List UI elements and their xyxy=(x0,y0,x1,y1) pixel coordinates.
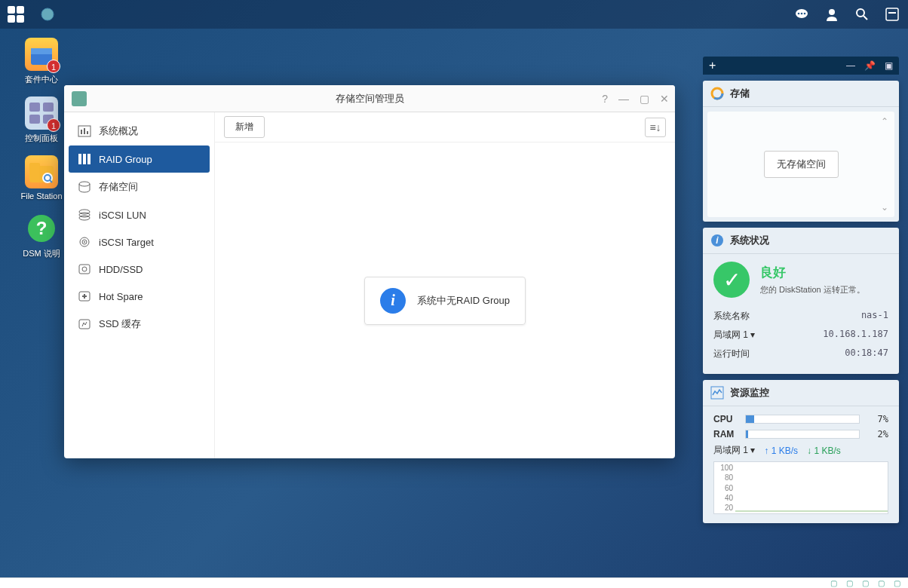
minimize-icon[interactable]: — xyxy=(618,93,629,105)
info-icon: i xyxy=(380,288,406,314)
raid-icon xyxy=(78,153,91,165)
svg-point-30 xyxy=(79,182,90,186)
widget-panel: + — 📌 ▣ 存储 ⌃ 无存储空间 ⌄ i 系统状况 ✓ 良好 您的 xyxy=(703,57,899,523)
volume-icon xyxy=(78,181,91,193)
storage-title-icon xyxy=(710,87,724,100)
desktop-item-dsm-help[interactable]: ? DSM 说明 xyxy=(15,212,68,259)
status-row-uptime: 运行时间 00:18:47 xyxy=(713,345,888,363)
desktop-label: DSM 说明 xyxy=(15,248,68,259)
monitor-title-icon xyxy=(710,386,724,400)
create-button[interactable]: 新增 xyxy=(224,116,265,138)
window-titlebar[interactable]: 存储空间管理员 ? — ▢ ✕ xyxy=(64,85,675,112)
desktop-item-control-panel[interactable]: 1 控制面板 xyxy=(15,96,68,144)
cache-icon xyxy=(78,318,91,330)
info-message: 系统中无RAID Group xyxy=(417,294,510,308)
svg-rect-25 xyxy=(84,128,85,134)
sidebar-item-overview[interactable]: 系统概况 xyxy=(69,117,210,145)
search-icon[interactable] xyxy=(854,6,870,23)
widgets-toggle-icon[interactable] xyxy=(884,6,900,23)
lun-icon xyxy=(78,209,91,221)
status-row-lan[interactable]: 局域网 1 ▾ 10.168.1.187 xyxy=(713,326,888,345)
svg-point-6 xyxy=(857,9,864,17)
sidebar-label: RAID Group xyxy=(99,154,152,165)
svg-point-4 xyxy=(804,13,806,15)
system-status-widget: i 系统状况 ✓ 良好 您的 DiskStation 运转正常。 系统名称 na… xyxy=(703,228,899,374)
network-selector[interactable]: 局域网 1 ▾ ↑ 1 KB/s ↓ 1 KB/s xyxy=(713,444,888,457)
status-row-hostname: 系统名称 nas-1 xyxy=(713,307,888,326)
chevron-up-icon[interactable]: ⌃ xyxy=(881,116,888,127)
info-card: i 系统中无RAID Group xyxy=(364,277,526,325)
svg-point-3 xyxy=(801,13,803,15)
svg-point-33 xyxy=(79,216,90,220)
storage-manager-window: 存储空间管理员 ? — ▢ ✕ 系统概况 RAID Group 存储空间 i xyxy=(64,85,675,458)
maximize-icon[interactable]: ▢ xyxy=(640,93,649,105)
add-widget-icon[interactable]: + xyxy=(709,59,716,72)
download-rate: ↓ 1 KB/s xyxy=(807,446,841,456)
user-icon[interactable] xyxy=(824,6,840,23)
storage-widget: 存储 ⌃ 无存储空间 ⌄ xyxy=(703,81,899,222)
storage-manager-taskbar-icon[interactable] xyxy=(39,6,56,23)
widget-pin-icon[interactable]: 📌 xyxy=(864,60,876,71)
sidebar-item-iscsi-target[interactable]: iSCSI Target xyxy=(69,228,210,256)
disk-icon xyxy=(78,263,91,275)
chevron-down-icon[interactable]: ⌄ xyxy=(881,202,888,213)
svg-point-2 xyxy=(798,13,800,15)
main-menu-icon[interactable] xyxy=(8,6,24,23)
desktop-item-package-center[interactable]: 1 套件中心 xyxy=(15,38,68,85)
desktop-label: File Station xyxy=(15,191,68,201)
hotspare-icon xyxy=(78,290,91,302)
cpu-meter: CPU 7% xyxy=(713,414,888,424)
health-description: 您的 DiskStation 运转正常。 xyxy=(760,284,865,296)
sidebar-item-hdd-ssd[interactable]: HDD/SSD xyxy=(69,256,210,283)
storage-widget-title: 存储 xyxy=(703,81,899,107)
sidebar-item-iscsi-lun[interactable]: iSCSI LUN xyxy=(69,201,210,228)
resource-monitor-widget: 资源监控 CPU 7% RAM 2% 局域网 1 ▾ ↑ 1 KB/s ↓ 1 … xyxy=(703,380,899,523)
sidebar-label: Hot Spare xyxy=(99,291,143,302)
status-title-icon: i xyxy=(710,234,724,247)
widget-minimize-icon[interactable]: — xyxy=(846,60,855,71)
sidebar-label: iSCSI Target xyxy=(99,237,154,248)
sidebar-item-ssd-cache[interactable]: SSD 缓存 xyxy=(69,310,210,338)
desktop-label: 控制面板 xyxy=(15,133,68,144)
sidebar-label: iSCSI LUN xyxy=(99,210,146,221)
health-status: 良好 xyxy=(760,264,865,281)
svg-rect-17 xyxy=(29,163,40,169)
svg-line-7 xyxy=(864,16,867,20)
badge: 1 xyxy=(47,60,60,73)
overview-icon xyxy=(78,125,91,137)
window-app-icon xyxy=(72,91,87,106)
svg-rect-29 xyxy=(87,154,90,164)
svg-text:?: ? xyxy=(36,218,48,238)
sidebar-item-raid-group[interactable]: RAID Group xyxy=(69,145,210,173)
svg-point-38 xyxy=(82,267,87,271)
bottom-statusbar xyxy=(0,577,908,588)
svg-rect-8 xyxy=(886,8,898,20)
svg-point-5 xyxy=(829,9,835,15)
desktop-item-file-station[interactable]: File Station xyxy=(15,155,68,201)
window-title: 存储空间管理员 xyxy=(336,92,404,106)
network-chart: 100 80 60 40 20 xyxy=(713,461,888,514)
close-icon[interactable]: ✕ xyxy=(660,93,669,105)
sort-button[interactable]: ≡↓ xyxy=(645,118,666,137)
svg-rect-26 xyxy=(87,131,88,134)
svg-rect-13 xyxy=(43,103,54,112)
svg-rect-28 xyxy=(83,154,86,164)
svg-rect-9 xyxy=(888,12,896,14)
sidebar-item-volume[interactable]: 存储空间 xyxy=(69,173,210,201)
svg-point-36 xyxy=(84,241,85,243)
ram-meter: RAM 2% xyxy=(713,429,888,439)
svg-rect-37 xyxy=(79,265,90,274)
widget-expand-icon[interactable]: ▣ xyxy=(885,60,893,71)
help-icon[interactable]: ? xyxy=(602,93,608,105)
sidebar-label: 系统概况 xyxy=(99,124,138,138)
status-widget-title: i 系统状况 xyxy=(703,228,899,254)
widget-panel-header[interactable]: + — 📌 ▣ xyxy=(703,57,899,75)
sidebar-label: 存储空间 xyxy=(99,180,138,194)
no-volume-button[interactable]: 无存储空间 xyxy=(764,151,839,178)
chat-icon[interactable] xyxy=(793,6,810,23)
svg-point-0 xyxy=(41,8,54,20)
sidebar-label: HDD/SSD xyxy=(99,264,143,275)
sidebar-item-hot-spare[interactable]: Hot Spare xyxy=(69,283,210,310)
upload-rate: ↑ 1 KB/s xyxy=(764,446,798,456)
sidebar-label: SSD 缓存 xyxy=(99,317,141,331)
